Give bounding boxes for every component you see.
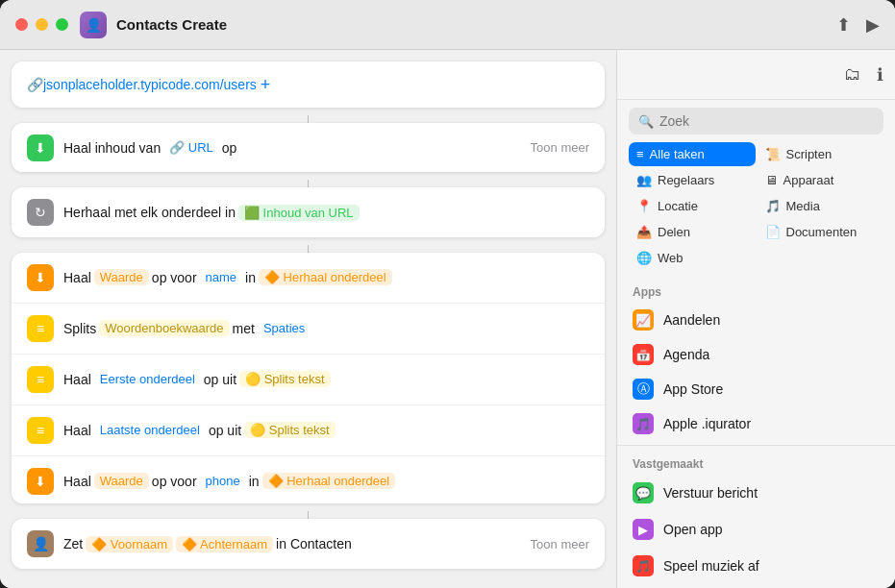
apple-label: Apple .iqurator xyxy=(663,416,751,431)
tab-documenten[interactable]: 📄 Documenten xyxy=(758,220,884,244)
url-bar[interactable]: 🔗 jsonplaceholder.typicode.com/users + xyxy=(12,61,605,108)
info-button[interactable]: ℹ xyxy=(877,64,883,86)
haal-eerste-icon: ≡ xyxy=(27,366,54,393)
main-window: 👤 Contacts Create ⬆ ▶ 🔗 jsonplaceholder.… xyxy=(0,0,895,588)
haal-inhoud-block[interactable]: ⬇ Haal inhoud van 🔗 URL op Toon meer xyxy=(12,123,605,173)
haal-laatste-text: Haal Laatste onderdeel op uit 🟡 Splits t… xyxy=(63,422,589,438)
haal-laatste-block[interactable]: ≡ Haal Laatste onderdeel op uit 🟡 Splits… xyxy=(12,404,605,455)
maximize-button[interactable] xyxy=(56,18,68,31)
url-plus-button[interactable]: + xyxy=(261,75,271,95)
tab-alle-taken[interactable]: ≡ Alle taken xyxy=(629,142,756,166)
traffic-lights xyxy=(15,18,68,31)
sidebar-item-agenda[interactable]: 📅 Agenda xyxy=(617,337,895,372)
media-icon: 🎵 xyxy=(765,199,781,213)
tab-scripten[interactable]: 📜 Scripten xyxy=(758,142,884,166)
text-met: met xyxy=(233,321,255,336)
token-herhaal-onderdeel-2: 🔶 Herhaal onderdeel xyxy=(262,473,396,489)
token-name: name xyxy=(200,269,243,285)
apparaat-label: Apparaat xyxy=(783,173,834,187)
text-haal4: Haal xyxy=(63,423,91,438)
play-button[interactable]: ▶ xyxy=(866,14,880,36)
search-input[interactable] xyxy=(659,113,874,129)
text-haal: Haal inhoud van xyxy=(63,140,161,156)
sidebar-item-apple[interactable]: 🎵 Apple .iqurator xyxy=(617,406,895,441)
connector-2 xyxy=(12,180,605,187)
haal-eerste-block[interactable]: ≡ Haal Eerste onderdeel op uit 🟡 Splits … xyxy=(12,354,605,404)
delen-label: Delen xyxy=(658,225,690,239)
text-in-contacten: in Contacten xyxy=(276,536,352,551)
tab-delen[interactable]: 📤 Delen xyxy=(629,220,756,244)
web-label: Web xyxy=(658,251,684,265)
haal-inhoud-icon: ⬇ xyxy=(27,135,54,161)
pinned-label: Vastgemaakt xyxy=(617,450,895,475)
inner-blocks-group: ⬇ Haal Waarde op voor name in 🔶 Herhaal … xyxy=(12,253,605,504)
text-op-uit-2: op uit xyxy=(209,423,241,438)
titlebar-actions: ⬆ ▶ xyxy=(836,14,880,36)
token-laatste: Laatste onderdeel xyxy=(94,422,206,438)
open-app-icon: ▶ xyxy=(633,519,654,540)
web-icon: 🌐 xyxy=(636,251,652,265)
add-shortcut-button[interactable]: 🗂 xyxy=(844,64,861,85)
zet-block[interactable]: 👤 Zet 🔶 Voornaam 🔶 Achternaam in Contact… xyxy=(12,519,605,569)
sidebar-item-app-store[interactable]: Ⓐ App Store xyxy=(617,372,895,406)
tab-web[interactable]: 🌐 Web xyxy=(629,246,756,270)
herhaal-icon: ↻ xyxy=(27,199,54,226)
haal-waarde-2-block[interactable]: ⬇ Haal Waarde op voor phone in 🔶 Herhaal… xyxy=(12,455,605,504)
minimize-button[interactable] xyxy=(36,18,48,31)
aandelen-label: Aandelen xyxy=(663,312,720,328)
scripten-icon: 📜 xyxy=(765,147,781,161)
haal-eerste-text: Haal Eerste onderdeel op uit 🟡 Splits te… xyxy=(63,371,589,387)
close-button[interactable] xyxy=(15,18,28,31)
app-store-label: App Store xyxy=(663,381,723,397)
sidebar: 🗂 ℹ 🔍 ≡ Alle taken 📜 Scripten 👥 xyxy=(616,50,895,588)
tab-media[interactable]: 🎵 Media xyxy=(758,194,884,218)
main-content: 🔗 jsonplaceholder.typicode.com/users + ⬇… xyxy=(0,50,895,588)
verstuur-bericht-label: Verstuur bericht xyxy=(663,485,758,501)
text-haal2: Haal xyxy=(63,270,91,285)
sidebar-item-aandelen[interactable]: 📈 Aandelen xyxy=(617,303,895,337)
text-haal3: Haal xyxy=(63,372,91,387)
haal-laatste-icon: ≡ xyxy=(27,417,54,444)
splits-text: Splits Woordenboekwaarde met Spaties xyxy=(63,320,589,336)
delen-icon: 📤 xyxy=(636,225,652,239)
url-text: jsonplaceholder.typicode.com/users xyxy=(43,77,257,92)
app-icon: 👤 xyxy=(80,12,107,38)
haal-waarde-1-text: Haal Waarde op voor name in 🔶 Herhaal on… xyxy=(63,269,589,285)
sidebar-content: Apps 📈 Aandelen 📅 Agenda Ⓐ App Store 🎵 A… xyxy=(617,274,895,588)
search-bar[interactable]: 🔍 xyxy=(629,108,883,135)
token-url: 🔗 URL xyxy=(163,139,219,156)
aandelen-icon: 📈 xyxy=(633,309,654,331)
text-splits: Splits xyxy=(63,321,96,336)
search-icon: 🔍 xyxy=(638,114,654,129)
tab-locatie[interactable]: 📍 Locatie xyxy=(629,194,756,218)
tab-regelaars[interactable]: 👥 Regelaars xyxy=(629,168,756,192)
splits-block[interactable]: ≡ Splits Woordenboekwaarde met Spaties xyxy=(12,303,605,354)
herhaal-block[interactable]: ↻ Herhaal met elk onderdeel in 🟩 Inhoud … xyxy=(12,187,605,237)
tab-apparaat[interactable]: 🖥 Apparaat xyxy=(758,168,884,192)
documenten-label: Documenten xyxy=(786,225,858,239)
toon-meer-2[interactable]: Toon meer xyxy=(531,537,589,551)
verstuur-bericht-icon: 💬 xyxy=(633,482,654,503)
haal-waarde-1-block[interactable]: ⬇ Haal Waarde op voor name in 🔶 Herhaal … xyxy=(12,253,605,303)
haal-waarde-1-icon: ⬇ xyxy=(27,264,54,291)
sidebar-item-verstuur-bericht[interactable]: 💬 Verstuur bericht xyxy=(617,475,895,511)
token-inhoud-url: 🟩 Inhoud van URL xyxy=(238,205,360,221)
url-bar-group: 🔗 jsonplaceholder.typicode.com/users + xyxy=(12,61,605,108)
haal-waarde-2-text: Haal Waarde op voor phone in 🔶 Herhaal o… xyxy=(63,473,589,489)
apparaat-icon: 🖥 xyxy=(765,173,778,187)
open-app-label: Open app xyxy=(663,522,723,537)
sidebar-item-open-app[interactable]: ▶ Open app xyxy=(617,511,895,548)
apple-icon: 🎵 xyxy=(633,413,654,434)
app-store-icon: Ⓐ xyxy=(633,379,654,400)
shortcuts-panel: 🔗 jsonplaceholder.typicode.com/users + ⬇… xyxy=(0,50,616,588)
splits-icon: ≡ xyxy=(27,315,54,342)
toon-meer-1[interactable]: Toon meer xyxy=(531,140,589,155)
text-in-2: in xyxy=(249,474,260,489)
scripten-label: Scripten xyxy=(786,147,833,161)
zet-text: Zet 🔶 Voornaam 🔶 Achternaam in Contacten xyxy=(63,536,531,552)
agenda-icon: 📅 xyxy=(633,344,654,365)
text-op: op xyxy=(222,140,237,156)
token-achternaam: 🔶 Achternaam xyxy=(176,536,273,552)
sidebar-item-speel-muziek[interactable]: 🎵 Speel muziek af xyxy=(617,548,895,584)
export-button[interactable]: ⬆ xyxy=(836,14,851,36)
